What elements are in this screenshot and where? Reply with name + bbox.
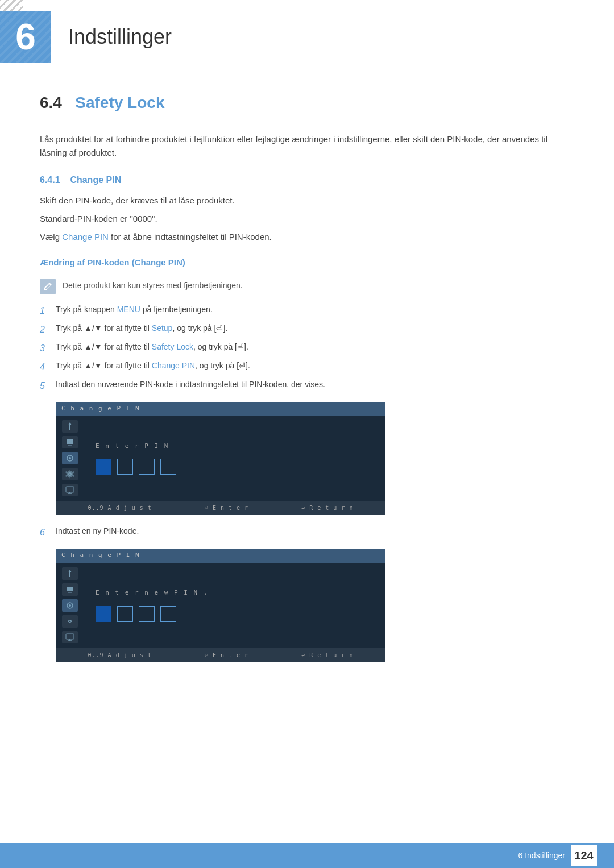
step-5: 5 Indtast den nuværende PIN-kode i indta…: [40, 379, 574, 393]
step-2: 2 Tryk på ▲/▼ for at flytte til Setup, o…: [40, 322, 574, 337]
mockup2-body: E n t e r n e w P I N .: [56, 563, 385, 648]
tv-icon-2: [65, 585, 74, 594]
monitor-icon-2: [65, 633, 74, 642]
gear-icon: [65, 470, 74, 479]
sidebar-icon-1: [62, 420, 78, 433]
footer-item-3: ↩ R e t u r n: [301, 504, 353, 512]
footer2-item-3: ↩ R e t u r n: [301, 651, 353, 659]
sidebar-icon2-2: [62, 583, 78, 596]
circle-icon-2: [65, 601, 74, 610]
step-5-text: Indtast den nuværende PIN-kode i indtast…: [56, 379, 325, 391]
step-4: 4 Tryk på ▲/▼ for at flytte til Change P…: [40, 360, 574, 374]
step-6: 6 Indtast en ny PIN-kode.: [40, 525, 574, 539]
mockup2-pin-boxes: [96, 606, 374, 622]
circle-icon: [65, 454, 74, 463]
sidebar-icon2-4: [62, 615, 78, 628]
antenna-icon: [65, 422, 74, 431]
sidebar-icon-2: [62, 436, 78, 448]
chapter-number: 6: [15, 19, 36, 55]
footer-page-number: 124: [571, 845, 597, 866]
footer-item-1: 0..9 A d j u s t: [88, 504, 152, 512]
pin-box2-4: [160, 606, 176, 622]
sidebar-icon-5: [62, 484, 78, 496]
mockup2-footer: 0..9 A d j u s t ⏎ E n t e r ↩ R e t u r…: [56, 648, 385, 662]
mockup-enter-pin: C h a n g e P I N E: [56, 402, 385, 516]
footer2-item-1: 0..9 A d j u s t: [88, 651, 152, 659]
svg-rect-1: [68, 445, 72, 446]
mockup2-titlebar: C h a n g e P I N: [56, 549, 385, 563]
note-icon: [40, 279, 56, 294]
sub-intro-3: Vælg Change PIN for at åbne indtastnings…: [40, 230, 574, 244]
mockup2-main: E n t e r n e w P I N .: [84, 563, 385, 648]
sidebar-icon-4: [62, 468, 78, 480]
svg-rect-8: [68, 592, 72, 593]
main-content: 6.4 Safety Lock Lås produktet for at for…: [0, 80, 614, 707]
sidebar-icon2-3: [62, 599, 78, 612]
page-footer: 6 Indstillinger 124: [0, 843, 614, 868]
mockup1-sidebar: [56, 416, 84, 501]
svg-rect-0: [67, 439, 73, 444]
note-box: Dette produkt kan kun styres med fjernbe…: [40, 277, 574, 294]
pin-box2-2: [117, 606, 133, 622]
footer-chapter-label: 6 Indstillinger: [518, 850, 566, 862]
section-heading: 6.4 Safety Lock: [40, 91, 574, 121]
pin-box-4: [160, 459, 176, 475]
svg-rect-11: [66, 634, 74, 639]
footer2-item-2: ⏎ E n t e r: [205, 651, 248, 659]
pin-box-2: [117, 459, 133, 475]
sub-intro-2: Standard-PIN-koden er "0000".: [40, 212, 574, 226]
sub-intro-1: Skift den PIN-kode, der kræves til at lå…: [40, 194, 574, 207]
pin-box2-1: [96, 606, 111, 622]
svg-point-3: [69, 457, 71, 459]
sidebar-icon-3: [62, 452, 78, 464]
subsection-heading: 6.4.1 Change PIN: [40, 173, 574, 187]
steps-list: 1 Tryk på knappen MENU på fjernbetjening…: [40, 304, 574, 393]
mockup1-main: E n t e r P I N: [84, 416, 385, 501]
pin-box-3: [139, 459, 155, 475]
mockup1-footer: 0..9 A d j u s t ⏎ E n t e r ↩ R e t u r…: [56, 501, 385, 515]
mockup2-label: E n t e r n e w P I N .: [96, 588, 374, 598]
mockup1-pin-boxes: [96, 459, 374, 475]
sidebar-icon2-5: [62, 631, 78, 643]
mockup1-label: E n t e r P I N: [96, 442, 374, 451]
mockup2-sidebar: [56, 563, 84, 648]
step-3: 3 Tryk på ▲/▼ for at flytte til Safety L…: [40, 341, 574, 355]
mockup1-body: E n t e r P I N: [56, 416, 385, 501]
gear-icon-2: [65, 617, 74, 626]
mockup1-titlebar: C h a n g e P I N: [56, 402, 385, 416]
pin-box2-3: [139, 606, 155, 622]
monitor-icon: [65, 485, 74, 495]
page-header: 6 Indstillinger: [0, 0, 614, 80]
mockup-new-pin: C h a n g e P I N E: [56, 549, 385, 662]
antenna-icon-2: [65, 569, 74, 578]
step-1: 1 Tryk på knappen MENU på fjernbetjening…: [40, 304, 574, 318]
tv-icon: [65, 438, 74, 447]
svg-rect-7: [67, 587, 73, 591]
svg-point-10: [69, 604, 71, 607]
step-6-text: Indtast en ny PIN-kode.: [56, 525, 139, 537]
footer-item-2: ⏎ E n t e r: [205, 504, 248, 512]
chapter-title: Indstillinger: [68, 22, 172, 52]
pin-box-1: [96, 459, 111, 475]
step-6-list: 6 Indtast en ny PIN-kode.: [40, 525, 574, 539]
sidebar-icon2-1: [62, 567, 78, 580]
chapter-block: 6: [0, 11, 51, 63]
note-text: Dette produkt kan kun styres med fjernbe…: [63, 277, 243, 292]
pencil-icon: [43, 282, 52, 291]
svg-rect-4: [66, 487, 74, 492]
subheading-change-pin: Ændring af PIN-koden (Change PIN): [40, 256, 574, 269]
section-intro: Lås produktet for at forhindre produktet…: [40, 132, 574, 160]
